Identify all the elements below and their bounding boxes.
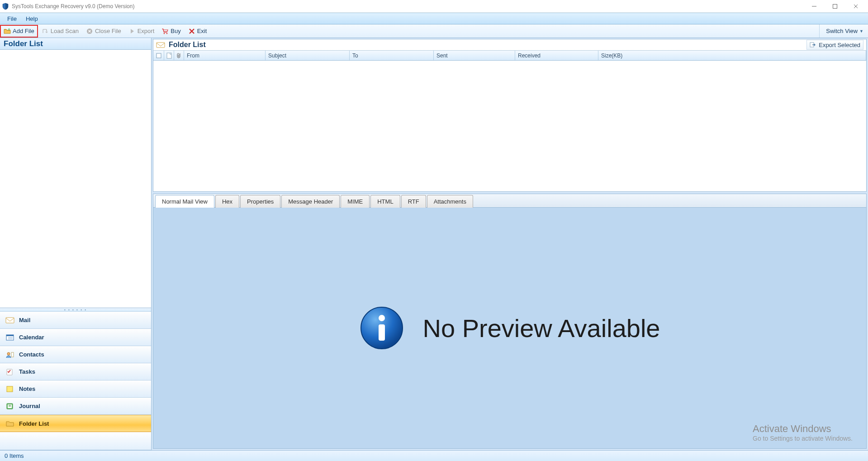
buy-label: Buy <box>171 28 180 34</box>
titlebar: SysTools Exchange Recovery v9.0 (Demo Ve… <box>0 0 868 13</box>
nav-contacts[interactable]: Contacts <box>0 346 151 363</box>
close-file-icon <box>86 28 93 35</box>
panel-title: Folder List <box>169 41 206 49</box>
close-file-label: Close File <box>95 28 121 34</box>
nav-notes-label: Notes <box>19 385 35 392</box>
export-selected-button[interactable]: Export Selected <box>806 40 863 50</box>
svg-point-30 <box>379 315 385 321</box>
svg-rect-20 <box>7 386 13 392</box>
nav-spacer <box>0 432 151 450</box>
add-file-label: Add File <box>13 28 34 34</box>
export-label: Export <box>138 28 155 34</box>
nav-list: Mail Calendar Contacts Tasks Notes Journ… <box>0 312 151 450</box>
tab-rtf[interactable]: RTF <box>401 195 426 208</box>
close-file-button[interactable]: Close File <box>82 25 125 38</box>
nav-tasks[interactable]: Tasks <box>0 363 151 380</box>
nav-mail[interactable]: Mail <box>0 312 151 329</box>
maximize-button[interactable] <box>825 0 845 13</box>
col-item-icon[interactable] <box>164 51 174 60</box>
nav-notes[interactable]: Notes <box>0 380 151 398</box>
left-column: Folder List • • • • • • Mail Calendar Co… <box>0 38 152 450</box>
chevron-down-icon: ▼ <box>859 29 863 33</box>
svg-point-6 <box>164 33 165 34</box>
envelope-icon <box>156 41 165 48</box>
svg-rect-25 <box>157 43 165 48</box>
grid-header: From Subject To Sent Received Size(KB) <box>153 51 867 61</box>
svg-rect-27 <box>157 53 161 58</box>
col-from[interactable]: From <box>184 51 266 60</box>
load-scan-button[interactable]: Load Scan <box>38 25 82 38</box>
add-file-button[interactable]: Add File <box>0 25 38 38</box>
export-selected-label: Export Selected <box>819 42 860 48</box>
svg-rect-12 <box>6 318 14 323</box>
svg-point-17 <box>7 352 10 355</box>
menu-file[interactable]: File <box>3 13 21 24</box>
col-size[interactable]: Size(KB) <box>598 51 866 60</box>
load-scan-icon <box>42 28 49 35</box>
col-subject[interactable]: Subject <box>266 51 350 60</box>
nav-folder-list-label: Folder List <box>19 420 49 427</box>
tab-properties[interactable]: Properties <box>240 195 280 208</box>
toolbar-right: Switch View ▼ <box>819 24 868 38</box>
nav-folder-list[interactable]: Folder List <box>0 415 151 432</box>
load-scan-label: Load Scan <box>51 28 79 34</box>
close-button[interactable] <box>845 0 866 13</box>
exit-x-icon <box>188 28 195 35</box>
svg-rect-18 <box>11 352 14 357</box>
nav-tasks-label: Tasks <box>19 368 35 375</box>
col-received[interactable]: Received <box>515 51 598 60</box>
tab-attachments[interactable]: Attachments <box>427 195 473 208</box>
toolbar: Add File Load Scan Close File Export Buy <box>0 24 868 38</box>
exit-button[interactable]: Exit <box>185 25 211 38</box>
svg-rect-31 <box>379 324 385 341</box>
nav-journal[interactable]: Journal <box>0 398 151 415</box>
svg-rect-28 <box>167 53 171 58</box>
nav-calendar-label: Calendar <box>19 334 44 341</box>
col-to[interactable]: To <box>350 51 434 60</box>
tab-message-header[interactable]: Message Header <box>281 195 340 208</box>
mail-icon <box>5 316 14 324</box>
exit-label: Exit <box>197 28 207 34</box>
preview-body: No Preview Available Activate Windows Go… <box>153 208 866 448</box>
tab-normal-mail-view[interactable]: Normal Mail View <box>155 195 214 208</box>
notes-icon <box>5 385 14 393</box>
watermark-line2: Go to Settings to activate Windows. <box>753 435 853 442</box>
grid-body[interactable] <box>153 61 867 192</box>
switch-view-label: Switch View <box>826 28 858 34</box>
tab-html[interactable]: HTML <box>370 195 400 208</box>
watermark-line1: Activate Windows <box>753 423 853 435</box>
right-column: Folder List Export Selected From Subject… <box>152 38 868 450</box>
svg-rect-19 <box>7 369 12 375</box>
panel-header: Folder List Export Selected <box>153 39 867 51</box>
export-button[interactable]: Export <box>125 25 158 38</box>
minimize-button[interactable] <box>804 0 825 13</box>
tab-mime[interactable]: MIME <box>341 195 370 208</box>
menu-help[interactable]: Help <box>21 13 43 24</box>
folder-list-header: Folder List <box>0 38 151 50</box>
svg-rect-1 <box>833 4 837 8</box>
app-shield-icon <box>2 3 9 10</box>
nav-journal-label: Journal <box>19 403 40 409</box>
tab-hex[interactable]: Hex <box>215 195 239 208</box>
switch-view-button[interactable]: Switch View ▼ <box>819 24 868 38</box>
window-title: SysTools Exchange Recovery v9.0 (Demo Ve… <box>12 3 804 10</box>
journal-icon <box>5 402 14 410</box>
col-sent[interactable]: Sent <box>434 51 515 60</box>
folder-tree[interactable] <box>0 50 151 308</box>
calendar-icon <box>5 333 14 342</box>
main-area: Folder List • • • • • • Mail Calendar Co… <box>0 38 868 450</box>
splitter-grip[interactable]: • • • • • • <box>0 308 151 312</box>
col-checkbox[interactable] <box>153 51 164 60</box>
nav-mail-label: Mail <box>19 317 30 323</box>
folder-open-icon <box>4 28 11 35</box>
nav-calendar[interactable]: Calendar <box>0 329 151 346</box>
buy-button[interactable]: Buy <box>158 25 184 38</box>
cart-icon <box>161 28 169 35</box>
col-attachment-icon[interactable] <box>174 51 184 60</box>
contacts-icon <box>5 351 14 359</box>
info-icon <box>359 305 404 351</box>
no-preview-text: No Preview Available <box>422 314 660 343</box>
preview-area: Normal Mail View Hex Properties Message … <box>153 194 867 449</box>
export-arrow-icon <box>810 42 816 48</box>
tasks-icon <box>5 368 14 376</box>
